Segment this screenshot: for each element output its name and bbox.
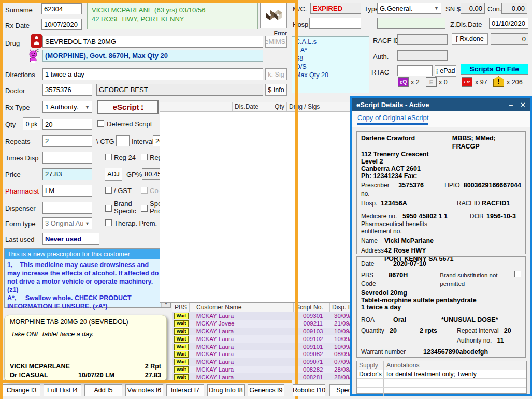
- rx-type-select[interactable]: 1 Authority.▼: [42, 101, 92, 113]
- drug-input[interactable]: SEVREDOL TAB 20MG: [42, 36, 263, 48]
- type-select[interactable]: G.General.▼: [377, 3, 441, 14]
- brand-sub-checkbox[interactable]: [514, 271, 521, 277]
- reg25-checkbox[interactable]: [141, 154, 148, 160]
- status-badge: Wait: [174, 313, 189, 319]
- escript-button[interactable]: eScript ⁝: [97, 100, 159, 114]
- annotations-col-supply: Supply: [357, 361, 384, 370]
- robotic-button[interactable]: Robotic f10: [293, 384, 325, 396]
- unusual-dose-flag: *UNUSUAL DOSE*: [441, 316, 498, 324]
- patient-info-line1: VICKI MCPARLANE (63 yrs) 03/10/56: [92, 6, 253, 14]
- vw-notes-button[interactable]: Vw notes f6: [125, 384, 163, 396]
- directions-label: Directions: [5, 71, 35, 79]
- poison-person-icon: [31, 34, 42, 48]
- deferred-script-checkbox[interactable]: [97, 120, 104, 127]
- qty-pack-box[interactable]: 0 pk: [23, 117, 40, 130]
- scripts-on-file-button[interactable]: Scripts On File: [461, 64, 528, 75]
- generics-button[interactable]: Generics f9: [248, 384, 284, 396]
- interact-button[interactable]: Interact f7: [166, 384, 204, 396]
- last-used-field: Never used: [42, 233, 99, 245]
- drug-warning-bar: (MORPHINE), Govt. 8670H, Max Qty 20: [42, 50, 263, 62]
- rx-date-input[interactable]: 10/07/2020: [41, 19, 82, 30]
- e-count: x 0: [439, 79, 448, 86]
- patient-address-label: Address: [361, 246, 384, 255]
- doctor-info-button[interactable]: $ Info: [265, 84, 287, 96]
- annotation-row[interactable]: Doctor's for dental treatment only; Twen…: [357, 370, 526, 379]
- dob-label: DOB: [470, 212, 486, 220]
- label-date-dispenser: 10/07/20 LM: [78, 372, 114, 379]
- rpts-value: 2 rpts: [420, 327, 457, 335]
- label-preview: MORPHINE TAB 20MG 20 (SEVREDOL) Take ONE…: [4, 315, 167, 382]
- controlled-drug-mascot-icon: C: [26, 48, 40, 64]
- table-row[interactable]: WaitMCKAY Laura00907107/09/: [172, 358, 351, 366]
- hosp-input[interactable]: [309, 18, 361, 29]
- dialog-title-bar[interactable]: eScript Details - Active – ✕: [352, 98, 530, 111]
- escript-details-dialog: eScript Details - Active – ✕ Copy of Ori…: [350, 96, 532, 396]
- brand-sub-label: Brand substitution not permitted: [440, 271, 512, 288]
- gst-label: / GST: [114, 187, 132, 195]
- gst-checkbox[interactable]: [105, 187, 112, 194]
- pharmacist-label: Pharmacist: [5, 187, 39, 195]
- hosp-value: 123456A: [381, 199, 457, 208]
- directions-input[interactable]: 1 twice a day: [42, 68, 263, 80]
- reg24-checkbox[interactable]: [105, 154, 112, 160]
- qty-input[interactable]: 20: [42, 119, 92, 130]
- patient-name-label: Name: [361, 237, 384, 245]
- special-price-checkbox[interactable]: [141, 205, 148, 212]
- hosp-label: Hosp.: [293, 21, 310, 28]
- epad-button[interactable]: ¡ ePad: [435, 65, 456, 77]
- close-icon[interactable]: ✕: [520, 101, 526, 109]
- error-count-icon[interactable]: Err: [462, 77, 472, 87]
- rx-date-label: Rx Date: [5, 22, 30, 29]
- rtac-input[interactable]: [397, 65, 433, 76]
- e-icon[interactable]: E: [426, 77, 437, 87]
- rx-type-value: 1 Authority.: [45, 103, 78, 111]
- sig-button[interactable]: k. Sig: [265, 68, 287, 80]
- drug-info-button[interactable]: Drug Info f8: [207, 384, 245, 396]
- table-row[interactable]: WaitMCKAY Laura00828228/08/: [172, 366, 351, 374]
- dispense-application-window: Surname 62304 VICKI MCPARLANE (63 yrs) 0…: [0, 0, 532, 399]
- dispenser-input[interactable]: [42, 202, 92, 214]
- times-disp-label: Times Disp: [5, 154, 39, 162]
- dispense-history-table: Dis.Date Qty Drug / Sigs: [160, 102, 351, 303]
- pbs-code-label: PBS Code: [361, 271, 389, 288]
- ctg-input[interactable]: [116, 135, 130, 146]
- adj-button[interactable]: ADJ: [105, 168, 122, 181]
- table-row[interactable]: WaitMCKAY Laura00910110/09/: [172, 343, 351, 350]
- minimize-icon[interactable]: –: [509, 101, 513, 109]
- table-row[interactable]: WaitMCKAY Laura00828128/08/: [172, 373, 351, 380]
- warning-count: x 206: [507, 79, 523, 86]
- con-field: 0.00: [501, 3, 527, 14]
- table-row[interactable]: WaitMCKAY Laura00930130/09/: [172, 312, 351, 320]
- error-logo: [260, 3, 287, 28]
- warning-icon[interactable]: !: [493, 76, 504, 87]
- table-row[interactable]: WaitMCKAY Laura00910210/09/: [172, 335, 351, 343]
- reg24-label: Reg 24: [114, 154, 136, 161]
- add-button[interactable]: Add f5: [84, 384, 122, 396]
- brand-specific-checkbox[interactable]: [105, 205, 112, 212]
- zdis-date-input[interactable]: 01/10/2020: [489, 18, 528, 29]
- pharmacist-input[interactable]: LM: [42, 185, 92, 197]
- therap-prem-checkbox[interactable]: [105, 219, 112, 226]
- price-input[interactable]: 27.83: [42, 168, 92, 180]
- racfid-label: RACFID: [457, 199, 482, 208]
- times-disp-input[interactable]: [42, 152, 92, 164]
- form-type-value: 3 Original Authorit: [45, 219, 83, 227]
- equeue-icon[interactable]: eQ: [398, 77, 409, 87]
- table-row[interactable]: WaitMCKAY Laura00908208/09/: [172, 350, 351, 358]
- copay-checkbox[interactable]: [141, 187, 148, 194]
- table-row[interactable]: WaitMCKAY Jovee00921121/09/: [172, 320, 351, 328]
- full-hist-button[interactable]: Full Hist f4: [44, 384, 81, 396]
- surname-input[interactable]: 62304: [41, 3, 82, 14]
- change-button[interactable]: Change f3: [3, 384, 40, 396]
- form-type-select[interactable]: 3 Original Authorit▼: [42, 217, 92, 229]
- rx-done-button[interactable]: [ Rx.done: [452, 33, 488, 45]
- tab-copy-of-original-escript[interactable]: Copy of Original eScript: [357, 114, 428, 125]
- doctor-code-input[interactable]: 3575376: [42, 84, 92, 96]
- table-row[interactable]: WaitMCKAY Laura00910310/09/: [172, 328, 351, 335]
- status-badge: Wait: [174, 366, 189, 373]
- hpio-value: 8003629166667044: [464, 181, 521, 189]
- type-value: G.General.: [380, 5, 413, 12]
- emims-button[interactable]: eMIMS.: [265, 36, 287, 48]
- repeats-input[interactable]: 2: [42, 135, 92, 147]
- prescriber-qualifications: MBBS; MMed; FRACGP: [452, 134, 521, 151]
